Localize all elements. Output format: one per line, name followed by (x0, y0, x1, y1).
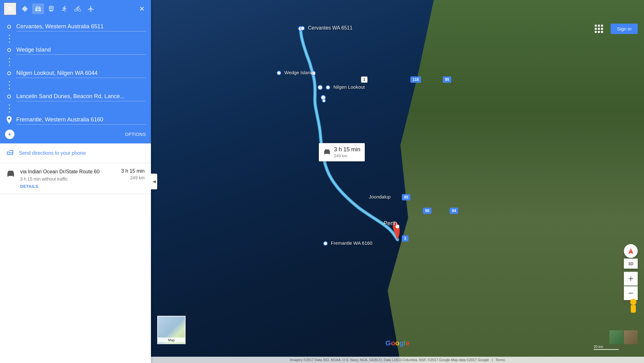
map-attribution: Imagery ©2017 Data SIO, NOAA, U.S. Navy,… (151, 357, 644, 363)
pegman-body (631, 305, 636, 313)
options-button[interactable]: OPTIONS (125, 132, 146, 137)
scale-line (594, 349, 619, 350)
svg-point-10 (322, 99, 325, 102)
connector-dot (9, 38, 10, 39)
route-car-icon (6, 169, 15, 180)
road-badge-95: 95 (443, 76, 451, 83)
close-button[interactable]: ✕ (137, 3, 147, 15)
map-thumbnail-button[interactable]: Map (157, 316, 186, 344)
road-badge-85: 85 (402, 194, 410, 200)
send-directions-row[interactable]: Send directions to your phone (0, 143, 151, 163)
connector-dot (9, 35, 10, 36)
waypoint-icon-2 (5, 48, 13, 52)
connector-dot (9, 108, 10, 109)
route-svg (151, 0, 644, 363)
svg-point-12 (325, 152, 326, 153)
waypoint-row-2 (0, 43, 151, 57)
actions-bar: + OPTIONS (0, 126, 151, 143)
layer-thumb-1[interactable] (609, 330, 623, 344)
transport-directions-button[interactable] (19, 3, 31, 14)
waypoint-input-3[interactable] (16, 69, 146, 78)
connector-dot (9, 61, 10, 63)
connector-dot (9, 104, 10, 106)
menu-button[interactable] (4, 3, 16, 15)
popup-car-icon (323, 148, 331, 157)
collapse-sidebar-button[interactable]: ◀ (151, 174, 157, 189)
connector-dot (9, 42, 10, 43)
compass-button[interactable] (624, 244, 638, 258)
connector-dot (9, 65, 10, 66)
route-details: via Indian Ocean Dr/State Route 60 3 h 1… (20, 168, 116, 189)
route-name: via Indian Ocean Dr/State Route 60 (20, 168, 116, 175)
svg-point-11 (396, 225, 399, 228)
popup-time-info: 3 h 15 min 249 km (334, 146, 360, 158)
connector-dot (9, 58, 10, 59)
waypoint-dot-1 (7, 25, 11, 29)
apps-button[interactable] (592, 22, 606, 36)
waypoint-icon-1 (5, 25, 13, 29)
layer-thumb-2[interactable] (624, 330, 638, 344)
transport-transit-button[interactable] (45, 3, 57, 14)
route-traffic: 3 h 15 min without traffic (20, 176, 116, 182)
waypoint-icon-3 (5, 71, 13, 75)
transport-modes (19, 3, 134, 14)
svg-point-5 (12, 174, 13, 175)
svg-point-3 (52, 10, 53, 11)
waypoint-input-5[interactable] (16, 115, 146, 125)
route-time: 3 h 15 min 249 km (121, 168, 145, 180)
sign-in-button[interactable]: Sign in (611, 24, 638, 34)
transport-flight-button[interactable] (85, 3, 97, 14)
threed-button[interactable]: 3D (624, 259, 638, 269)
transport-drive-button[interactable] (32, 3, 44, 14)
road-badge-116: 116 (410, 76, 421, 83)
top-bar: ✕ (0, 0, 151, 18)
route-option: via Indian Ocean Dr/State Route 60 3 h 1… (0, 163, 151, 194)
connector-dot (9, 88, 10, 89)
transport-walk-button[interactable] (58, 3, 70, 14)
connector-dot (9, 111, 10, 113)
waypoint-row-4 (0, 90, 151, 103)
waypoint-icon-5 (5, 116, 13, 124)
send-directions-label: Send directions to your phone (19, 150, 86, 156)
svg-point-13 (328, 152, 329, 153)
zoom-out-button[interactable]: − (624, 286, 638, 300)
svg-point-4 (8, 174, 10, 175)
map-controls: Sign in (592, 22, 638, 39)
sidebar: ✕ (0, 0, 151, 363)
duration-popup: 3 h 15 min 249 km (319, 143, 365, 161)
send-phone-icon (6, 148, 14, 158)
waypoints-panel: + OPTIONS (0, 18, 151, 143)
connector-dot (9, 81, 10, 82)
svg-point-0 (36, 9, 37, 10)
waypoint-dot-3 (7, 71, 11, 75)
svg-point-2 (50, 10, 51, 11)
pegman-head (630, 299, 636, 305)
route-details-link[interactable]: DETAILS (20, 184, 116, 189)
layer-thumbnails (609, 330, 638, 344)
route-duration: 3 h 15 min (121, 168, 145, 174)
transport-bike-button[interactable] (72, 3, 84, 14)
waypoint-input-1[interactable] (16, 22, 146, 31)
road-badge-3: 3 (402, 235, 408, 242)
waypoint-input-2[interactable] (16, 45, 146, 55)
map-thumbnail-label: Map (158, 338, 185, 343)
pegman-button[interactable] (629, 299, 638, 313)
road-badge-1: 1 (361, 76, 368, 83)
terms-link[interactable]: Terms (496, 358, 505, 362)
waypoint-dot-2 (7, 48, 11, 52)
waypoint-row-1 (0, 20, 151, 33)
zoom-in-button[interactable]: + (624, 272, 638, 286)
waypoint-input-4[interactable] (16, 92, 146, 101)
svg-point-7 (311, 71, 315, 75)
waypoint-row-3 (0, 67, 151, 80)
scale-bar: 20 km (594, 345, 619, 350)
map-controls-zoom: 3D + − (624, 244, 638, 300)
map-area[interactable]: Cervantes WA 6511 Wedge Island Nilgen Lo… (151, 0, 644, 363)
add-destination-button[interactable]: + (5, 130, 14, 139)
road-badge-50: 50 (423, 208, 431, 214)
svg-point-6 (298, 26, 303, 31)
popup-distance: 249 km (334, 154, 360, 158)
connector-dot (9, 85, 10, 86)
road-badge-94: 94 (450, 208, 458, 214)
waypoint-icon-4 (5, 95, 13, 98)
